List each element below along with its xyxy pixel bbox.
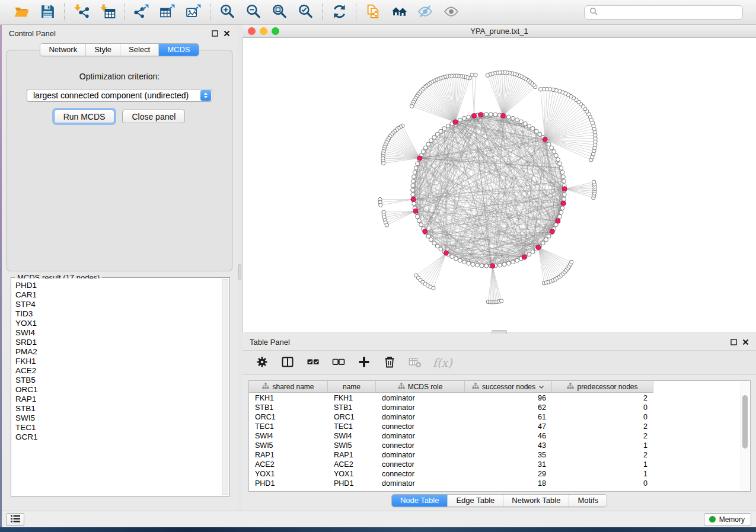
mcds-panel: Optimization criterion: largest connecte…	[7, 50, 232, 271]
save-session-icon	[40, 4, 56, 21]
zoom-selected-button[interactable]	[296, 3, 315, 22]
mcds-result-item[interactable]: TID3	[15, 309, 229, 319]
mcds-result-item[interactable]: FKH1	[15, 357, 229, 366]
cell-successor_nodes: 47	[465, 422, 552, 431]
hide-selected-icon	[417, 4, 433, 21]
run-mcds-button[interactable]: Run MCDS	[54, 110, 115, 123]
column-header-MCDS-role[interactable]: MCDS role	[376, 381, 465, 392]
mcds-result-item[interactable]: SWI4	[15, 328, 229, 338]
cell-successor_nodes: 46	[465, 432, 552, 440]
deselect-all-columns-button[interactable]	[331, 355, 346, 370]
function-builder-button[interactable]: f(x)	[433, 355, 452, 370]
tab-network-table[interactable]: Network Table	[503, 495, 569, 507]
mcds-result-item[interactable]: SWI5	[15, 414, 229, 423]
table-row[interactable]: SWI4SWI4dominator462	[249, 431, 750, 441]
column-header-successor-nodes[interactable]: successor nodes	[465, 381, 552, 392]
table-row[interactable]: FKH1FKH1dominator962	[249, 393, 750, 403]
optimization-criterion-select[interactable]: largest connected component (undirected)	[27, 89, 212, 102]
settings-button[interactable]	[254, 355, 270, 370]
table-panel-title: Table Panel	[250, 338, 290, 347]
mcds-result-list[interactable]: PHD1CAR1STP4TID3YOX1SWI4SRD1PMA2FKH1ACE2…	[12, 278, 229, 495]
mcds-result-item[interactable]: PMA2	[15, 347, 229, 357]
split-panel-button[interactable]	[280, 355, 295, 370]
tab-style[interactable]: Style	[86, 44, 120, 56]
import-network-button[interactable]	[72, 3, 91, 22]
node-table: shared namenameMCDS rolesuccessor nodesp…	[248, 380, 751, 492]
zoom-fit-icon	[272, 4, 288, 21]
delete-table-button[interactable]	[407, 355, 423, 370]
zoom-fit-button[interactable]	[270, 3, 289, 22]
mcds-result-item[interactable]: ACE2	[15, 366, 229, 376]
zoom-out-button[interactable]	[244, 3, 263, 22]
mcds-result-item[interactable]: RAP1	[15, 395, 229, 404]
network-graph[interactable]	[243, 38, 756, 330]
open-file-button[interactable]	[12, 3, 31, 22]
export-network-button[interactable]	[132, 3, 151, 22]
mcds-result-item[interactable]: ORC1	[15, 385, 229, 395]
add-column-button[interactable]	[356, 355, 372, 370]
table-row[interactable]: TEC1TEC1connector472	[249, 422, 750, 431]
split-panel-icon	[281, 355, 294, 370]
clone-network-button[interactable]	[363, 3, 382, 22]
table-row[interactable]: SWI5SWI5connector431	[249, 441, 750, 450]
table-scrollbar-thumb[interactable]	[742, 395, 748, 448]
select-all-columns-button[interactable]	[305, 355, 321, 370]
delete-column-button[interactable]	[382, 355, 397, 370]
network-canvas[interactable]	[243, 38, 756, 332]
float-panel-button[interactable]	[212, 30, 218, 37]
tab-edge-table[interactable]: Edge Table	[448, 495, 503, 507]
table-row[interactable]: YOX1YOX1connector291	[249, 469, 750, 479]
float-panel-button[interactable]	[731, 339, 737, 345]
zoom-in-button[interactable]	[218, 3, 237, 22]
import-table-button[interactable]	[98, 3, 117, 22]
mcds-result-item[interactable]: GCR1	[15, 432, 229, 442]
close-mcds-button[interactable]: Close panel	[122, 110, 185, 123]
table-row[interactable]: ORC1ORC1dominator610	[249, 412, 750, 422]
first-neighbors-button[interactable]	[390, 3, 409, 22]
tab-network[interactable]: Network	[40, 44, 86, 56]
column-header-shared-name[interactable]: shared name	[249, 381, 328, 392]
table-row[interactable]: STB1STB1dominator620	[249, 403, 750, 412]
mcds-result-item[interactable]: STB5	[15, 376, 229, 385]
save-session-button[interactable]	[38, 3, 57, 22]
close-window-icon[interactable]	[248, 27, 256, 35]
close-panel-button[interactable]	[742, 339, 749, 345]
main-toolbar	[0, 0, 756, 25]
close-panel-button[interactable]	[224, 30, 230, 37]
search-input[interactable]	[601, 7, 742, 18]
splitter-handle[interactable]	[238, 264, 241, 280]
minimize-window-icon[interactable]	[260, 27, 267, 35]
mcds-result-item[interactable]: SRD1	[15, 338, 229, 347]
maximize-window-icon[interactable]	[272, 27, 279, 35]
mcds-result-item[interactable]: STB1	[15, 404, 229, 414]
column-header-name[interactable]: name	[328, 381, 376, 392]
show-all-button[interactable]	[442, 3, 461, 22]
cell-shared_name: SWI4	[249, 432, 328, 440]
mcds-result-item[interactable]: TEC1	[15, 423, 229, 432]
column-header-predecessor-nodes[interactable]: predecessor nodes	[552, 381, 653, 392]
table-row[interactable]: ACE2ACE2connector311	[249, 460, 750, 469]
mcds-result-item[interactable]: PHD1	[15, 281, 229, 290]
mcds-result-item[interactable]: STP4	[15, 300, 229, 309]
export-table-button[interactable]	[158, 3, 177, 22]
search-field[interactable]	[584, 5, 743, 20]
refresh-layout-button[interactable]	[330, 3, 349, 22]
vertical-splitter[interactable]	[237, 25, 243, 511]
memory-button[interactable]: Memory	[704, 513, 751, 526]
table-row[interactable]: RAP1RAP1dominator352	[249, 450, 750, 460]
export-image-button[interactable]	[184, 3, 203, 22]
tab-motifs[interactable]: Motifs	[569, 495, 607, 507]
hide-selected-button[interactable]	[416, 3, 435, 22]
tab-select[interactable]: Select	[120, 44, 159, 56]
mcds-list-scrollbar[interactable]	[222, 279, 228, 495]
tab-node-table[interactable]: Node Table	[392, 495, 448, 507]
network-title: YPA_prune.txt_1	[243, 27, 756, 36]
tab-mcds[interactable]: MCDS	[159, 44, 198, 56]
clone-network-icon	[365, 4, 381, 21]
cell-name: SWI4	[328, 432, 376, 440]
task-history-button[interactable]	[7, 513, 24, 526]
mcds-result-item[interactable]: CAR1	[15, 290, 229, 300]
cell-successor_nodes: 62	[465, 403, 552, 412]
table-row[interactable]: PHD1PHD1dominator180	[249, 479, 750, 488]
mcds-result-item[interactable]: YOX1	[15, 319, 229, 328]
